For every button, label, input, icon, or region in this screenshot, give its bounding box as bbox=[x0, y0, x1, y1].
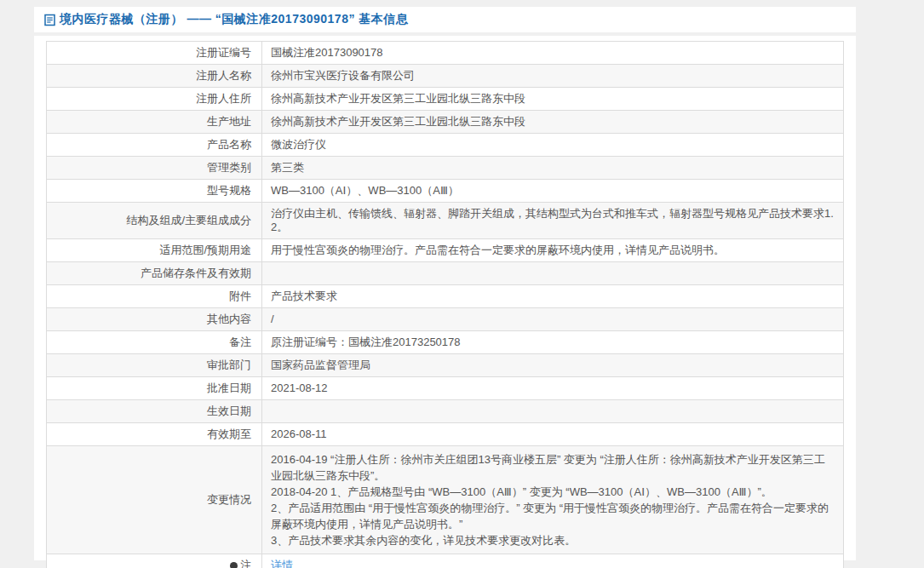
table-row: 批准日期 2021-08-12 bbox=[47, 377, 844, 400]
change-record-line: 3、产品技术要求其余内容的变化，详见技术要求更改对比表。 bbox=[271, 532, 835, 548]
row-value: 原注册证编号：国械注准20173250178 bbox=[262, 331, 844, 354]
table-row: 产品储存条件及有效期 bbox=[47, 262, 844, 285]
row-value: 产品技术要求 bbox=[262, 285, 844, 308]
row-label: 附件 bbox=[47, 285, 262, 308]
table-row: 注册证编号 国械注准20173090178 bbox=[47, 42, 844, 65]
row-label: 产品储存条件及有效期 bbox=[47, 262, 262, 285]
row-label: 其他内容 bbox=[47, 308, 262, 331]
info-card: 注册证编号 国械注准20173090178 注册人名称 徐州市宝兴医疗设备有限公… bbox=[34, 36, 856, 560]
row-value: 治疗仪由主机、传输馈线、辐射器、脚踏开关组成，其结构型式为台式和推车式，辐射器型… bbox=[262, 203, 844, 239]
row-value: 徐州高新技术产业开发区第三工业园北纵三路东中段 bbox=[262, 111, 844, 134]
document-icon bbox=[44, 14, 55, 26]
row-label: 产品名称 bbox=[47, 134, 262, 157]
table-row: 结构及组成/主要组成成分 治疗仪由主机、传输馈线、辐射器、脚踏开关组成，其结构型… bbox=[47, 203, 844, 239]
row-value: WB—3100（AⅠ）、WB—3100（AⅢ） bbox=[262, 180, 844, 203]
change-record-line: 2016-04-19 “注册人住所：徐州市关庄组团13号商业楼五层” 变更为 “… bbox=[271, 451, 835, 484]
row-label: 注册人名称 bbox=[47, 65, 262, 88]
row-label: 审批部门 bbox=[47, 354, 262, 377]
row-value: 用于慢性宫颈炎的物理治疗。产品需在符合一定要求的屏蔽环境内使用，详情见产品说明书… bbox=[262, 239, 844, 262]
row-label: 适用范围/预期用途 bbox=[47, 239, 262, 262]
bulb-icon bbox=[230, 562, 238, 568]
row-value: 2021-08-12 bbox=[262, 377, 844, 400]
row-value: 2026-08-11 bbox=[262, 423, 844, 446]
page-title: 境内医疗器械（注册） —— “国械注准20173090178” 基本信息 bbox=[60, 12, 408, 27]
row-label: 生效日期 bbox=[47, 400, 262, 423]
row-value bbox=[262, 400, 844, 423]
row-value: 2016-04-19 “注册人住所：徐州市关庄组团13号商业楼五层” 变更为 “… bbox=[262, 446, 844, 554]
page-header: 境内医疗器械（注册） —— “国械注准20173090178” 基本信息 bbox=[34, 7, 856, 32]
info-table-body: 注册证编号 国械注准20173090178 注册人名称 徐州市宝兴医疗设备有限公… bbox=[47, 42, 844, 568]
row-label: 注册证编号 bbox=[47, 42, 262, 65]
table-row: 型号规格 WB—3100（AⅠ）、WB—3100（AⅢ） bbox=[47, 180, 844, 203]
row-value: 国械注准20173090178 bbox=[262, 42, 844, 65]
table-row: 管理类别 第三类 bbox=[47, 157, 844, 180]
row-value: 徐州高新技术产业开发区第三工业园北纵三路东中段 bbox=[262, 88, 844, 111]
table-row: 适用范围/预期用途 用于慢性宫颈炎的物理治疗。产品需在符合一定要求的屏蔽环境内使… bbox=[47, 239, 844, 262]
table-row: 生效日期 bbox=[47, 400, 844, 423]
table-row: 附件 产品技术要求 bbox=[47, 285, 844, 308]
table-row: 产品名称 微波治疗仪 bbox=[47, 134, 844, 157]
row-label: 变更情况 bbox=[47, 446, 262, 554]
row-label: 备注 bbox=[47, 331, 262, 354]
row-value: 微波治疗仪 bbox=[262, 134, 844, 157]
row-label: 注 bbox=[47, 554, 262, 568]
row-label: 结构及组成/主要组成成分 bbox=[47, 203, 262, 239]
table-row: 其他内容 / bbox=[47, 308, 844, 331]
row-label: 管理类别 bbox=[47, 157, 262, 180]
table-row: 注 详情 bbox=[47, 554, 844, 568]
change-record-line: 2、产品适用范围由 “用于慢性宫颈炎的物理治疗。” 变更为 “用于慢性宫颈炎的物… bbox=[271, 500, 835, 532]
table-row: 审批部门 国家药品监督管理局 bbox=[47, 354, 844, 377]
row-value: 徐州市宝兴医疗设备有限公司 bbox=[262, 65, 844, 88]
table-row: 备注 原注册证编号：国械注准20173250178 bbox=[47, 331, 844, 354]
change-record-line: 2018-04-20 1、产品规格型号由 “WB—3100（AⅢ）” 变更为 “… bbox=[271, 484, 835, 500]
row-value: / bbox=[262, 308, 844, 331]
row-value bbox=[262, 262, 844, 285]
row-value: 第三类 bbox=[262, 157, 844, 180]
row-label: 有效期至 bbox=[47, 423, 262, 446]
table-row: 注册人名称 徐州市宝兴医疗设备有限公司 bbox=[47, 65, 844, 88]
details-link[interactable]: 详情 bbox=[271, 559, 293, 568]
row-value: 详情 bbox=[262, 554, 844, 568]
table-row: 生产地址 徐州高新技术产业开发区第三工业园北纵三路东中段 bbox=[47, 111, 844, 134]
row-value: 国家药品监督管理局 bbox=[262, 354, 844, 377]
info-table: 注册证编号 国械注准20173090178 注册人名称 徐州市宝兴医疗设备有限公… bbox=[46, 41, 844, 568]
table-row: 注册人住所 徐州高新技术产业开发区第三工业园北纵三路东中段 bbox=[47, 88, 844, 111]
table-row: 变更情况 2016-04-19 “注册人住所：徐州市关庄组团13号商业楼五层” … bbox=[47, 446, 844, 554]
row-label: 注册人住所 bbox=[47, 88, 262, 111]
row-label: 生产地址 bbox=[47, 111, 262, 134]
table-row: 有效期至 2026-08-11 bbox=[47, 423, 844, 446]
row-label: 型号规格 bbox=[47, 180, 262, 203]
row-label: 批准日期 bbox=[47, 377, 262, 400]
